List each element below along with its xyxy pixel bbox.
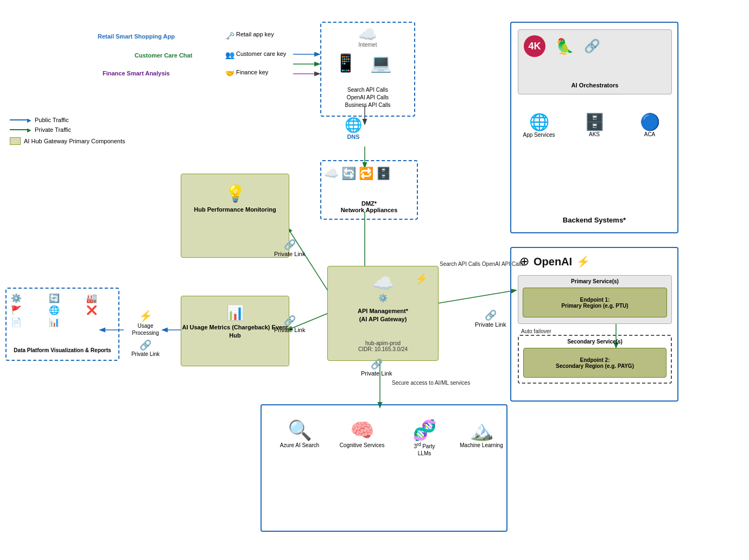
ai-services-box: 🔍 Azure AI Search 🧠 Cognitive Services 🧬… — [261, 404, 507, 532]
private-link-1-label: Private Link — [274, 251, 305, 257]
data-platform-icons: ⚙️ 🔄 🏭 🚩 🌐 ❌ 📄 📊 — [11, 293, 123, 327]
aks: 🗄️ AKS — [573, 112, 616, 137]
dp-icon6: ❌ — [86, 305, 123, 315]
usage-metrics-box: 📊 AI Usage Metrics (Chargeback) Event Hu… — [181, 296, 289, 366]
cognitive-services: 🧠 Cognitive Services — [338, 419, 386, 449]
dmz-icon2: 🔄 — [341, 167, 356, 181]
private-link-4: 🔗 Private Link — [361, 358, 392, 377]
customer-care: Customer Care Chat — [135, 52, 192, 59]
dmz-box: ☁️ 🔄 🔁 🗄️ DMZ*Network Appliances — [320, 160, 418, 220]
openai-box: ⊕ OpenAI ⚡ Primary Service(s) Endpoint 1… — [510, 247, 678, 402]
orchestrator-icons: 4K 🦜 🔗 — [524, 35, 600, 57]
orchestrators-box: 4K 🦜 🔗 AI Orchestrators — [518, 29, 672, 94]
svg-line-6 — [288, 228, 331, 296]
finance-app: Finance Smart Analysis — [103, 69, 170, 77]
retail-app: Retail Smart Shopping App — [98, 33, 175, 40]
dp-icon1: ⚙️ — [11, 293, 47, 303]
phone-icon: 📱 — [335, 53, 357, 73]
retail-app-label: Retail Smart Shopping App — [98, 33, 175, 40]
endpoint1-box: Endpoint 1:Primary Region (e.g. PTU) — [523, 288, 667, 317]
apim-label: API Management*(AI API Gateway) — [328, 307, 438, 324]
endpoint1-label: Endpoint 1:Primary Region (e.g. PTU) — [561, 297, 628, 309]
cognitive-icon: 🧠 — [338, 419, 386, 442]
apim-lightning-icon: ⚡ — [415, 273, 427, 285]
machine-learning: 🏔️ Machine Learning — [457, 419, 506, 449]
dp-icon7: 📄 — [11, 317, 47, 327]
customer-key-label: Customer care key — [236, 50, 286, 57]
aca-icon: 🔵 — [628, 112, 671, 131]
diagram-container: Public Traffic Private Traffic AI Hub Ga… — [0, 0, 749, 560]
aks-icon: 🗄️ — [573, 112, 616, 131]
retail-key-icon: 🗝️ — [225, 31, 234, 40]
hub-monitoring-box: 💡 Hub Performance Monitoring — [181, 174, 289, 258]
private-link-2-label: Private Link — [274, 327, 305, 333]
private-link-1-icon: 🔗 — [274, 239, 305, 251]
orchestrators-label: AI Orchestrators — [518, 82, 671, 88]
azure-search-icon: 🔍 — [275, 419, 324, 442]
dns-label: DNS — [345, 133, 362, 140]
dp-icon3: 🏭 — [86, 293, 123, 303]
hub-icon: 💡 — [225, 184, 245, 203]
link-chain-icon: 🔗 — [584, 39, 600, 54]
dp-icon8: 📊 — [49, 317, 85, 327]
usage-private-link-icon: 🔗 — [124, 339, 167, 351]
finance-app-label: Finance Smart Analysis — [103, 70, 170, 77]
openai-title: OpenAI — [534, 256, 572, 268]
4k-icon: 4K — [524, 35, 545, 57]
openai-star-icon: ⚡ — [576, 255, 590, 268]
legend-box-icon — [10, 137, 21, 145]
laptop-icon: 💻 — [370, 53, 392, 73]
finance-key-icon: 🤝 — [225, 69, 234, 78]
legend-public-label: Public Traffic — [35, 117, 69, 123]
usage-processing: ⚡ Usage Processing 🔗 Private Link — [124, 309, 167, 357]
secondary-service-box: Secondary Service(s) Endpoint 2:Secondar… — [518, 335, 672, 384]
usage-private-link-label: Private Link — [124, 351, 167, 357]
finance-key-label: Finance key — [236, 69, 268, 75]
customer-care-label: Customer Care Chat — [135, 52, 192, 59]
dmz-icon4: 🗄️ — [376, 167, 391, 181]
secure-access-label: Secure access to AI/ML services — [392, 380, 470, 386]
ml-icon: 🏔️ — [457, 419, 506, 442]
app-services-label: App Services — [517, 131, 561, 138]
primary-service-box: Primary Service(s) Endpoint 1:Primary Re… — [518, 275, 672, 324]
usage-processing-icon: ⚡ — [124, 309, 167, 322]
customer-key-icon: 👥 — [225, 50, 234, 59]
openai-header: ⊕ OpenAI ⚡ — [519, 254, 590, 269]
legend: Public Traffic Private Traffic AI Hub Ga… — [10, 117, 125, 147]
dmz-icons: ☁️ 🔄 🔁 🗄️ — [324, 167, 391, 181]
apim-box: ☁️ ⚡ ⚙️ API Management*(AI API Gateway) … — [327, 266, 439, 361]
legend-components-label: AI Hub Gateway Primary Components — [24, 138, 125, 144]
hub-monitoring-label: Hub Performance Monitoring — [181, 206, 289, 214]
internet-box: ☁️ Internet 📱 💻 Search API Calls OpenAI … — [320, 22, 415, 117]
secondary-service-label: Secondary Service(s) — [519, 339, 671, 345]
azure-search-label: Azure AI Search — [275, 442, 324, 449]
primary-service-label: Primary Service(s) — [518, 278, 671, 284]
search-api-calls-label: Search API Calls OpenAI API Calls — [440, 260, 524, 268]
backend-title: Backend Systems* — [511, 216, 677, 224]
legend-public-traffic: Public Traffic — [10, 117, 125, 123]
apim-gear-icon: ⚙️ — [378, 294, 388, 302]
retail-key-label: Retail app key — [236, 31, 274, 37]
data-platform-label: Data Platform Visualization & Reports — [7, 347, 118, 354]
usage-processing-label: Usage Processing — [124, 322, 167, 336]
endpoint2-label: Endpoint 2:Secondary Region (e.g. PAYG) — [556, 357, 634, 369]
backend-systems-box: 4K 🦜 🔗 AI Orchestrators 🌐 App Services 🗄… — [510, 22, 678, 233]
private-link-2-icon: 🔗 — [274, 315, 305, 327]
private-link-2: 🔗 Private Link — [274, 315, 305, 333]
backend-services-row: 🌐 App Services 🗄️ AKS 🔵 ACA — [511, 112, 677, 138]
app-services: 🌐 App Services — [517, 112, 561, 138]
third-party-llms: 🧬 3rd PartyLLMs — [400, 419, 449, 457]
private-link-3-label: Private Link — [475, 321, 506, 328]
apim-cidr: hub-apim-prodCIDR: 10.165.3.0/24 — [328, 340, 438, 352]
dp-icon4: 🚩 — [11, 305, 47, 315]
private-link-3-icon: 🔗 — [475, 309, 506, 321]
aca-label: ACA — [628, 131, 671, 137]
data-platform-box: ⚙️ 🔄 🏭 🚩 🌐 ❌ 📄 📊 Data Platform Visualiza… — [5, 288, 119, 361]
private-traffic-arrow — [10, 126, 31, 133]
svg-line-10 — [434, 290, 516, 304]
private-link-4-label: Private Link — [361, 370, 392, 377]
private-link-1: 🔗 Private Link — [274, 239, 305, 257]
dmz-label: DMZ*Network Appliances — [321, 200, 417, 213]
azure-search: 🔍 Azure AI Search — [275, 419, 324, 449]
public-traffic-arrow — [10, 117, 31, 123]
